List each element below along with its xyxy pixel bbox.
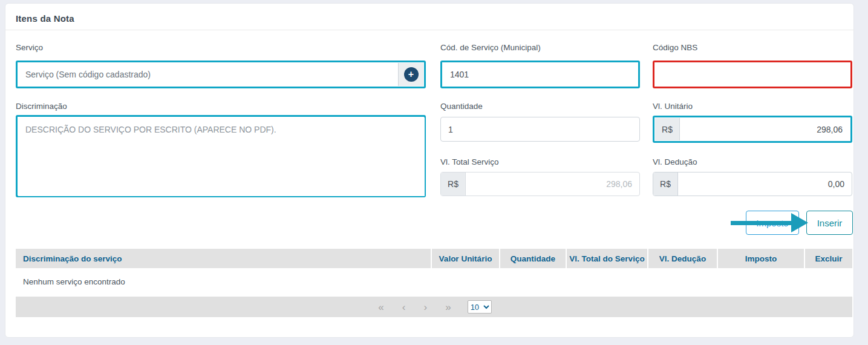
next-page-icon[interactable]: › xyxy=(422,302,429,312)
table-header-row: Discriminação do serviço Valor Unitário … xyxy=(16,249,852,268)
cod-servico-field-group xyxy=(440,61,640,88)
codigo-nbs-field-group xyxy=(653,61,852,88)
page-title: Itens da Nota xyxy=(16,13,74,24)
plus-icon: + xyxy=(404,67,419,82)
inserir-button[interactable]: Inserir xyxy=(806,211,853,235)
col-quantidade: Quantidade xyxy=(500,249,567,268)
codigo-nbs-label: Código NBS xyxy=(653,43,697,52)
servico-label: Serviço xyxy=(16,43,43,52)
prev-page-icon[interactable]: ‹ xyxy=(400,302,408,312)
add-service-button[interactable]: + xyxy=(398,63,423,86)
col-vl-total-servico: Vl. Total do Serviço xyxy=(567,249,648,268)
quantidade-field-group xyxy=(440,117,640,142)
col-valor-unitario: Valor Unitário xyxy=(432,249,500,268)
discriminacao-label: Discriminação xyxy=(16,102,67,111)
annotation-arrow-shaft xyxy=(731,221,792,225)
servico-input[interactable] xyxy=(18,63,398,86)
servico-field-group: + xyxy=(16,61,426,88)
vl-total-servico-field-group: R$ xyxy=(440,172,640,196)
itens-da-nota-panel: Itens da Nota Serviço Cód. de Serviço (M… xyxy=(5,3,854,338)
currency-prefix: R$ xyxy=(653,172,678,196)
vl-unitario-input[interactable] xyxy=(680,118,850,140)
first-page-icon[interactable]: « xyxy=(376,302,385,312)
page-size-select[interactable]: 10 xyxy=(468,300,492,314)
empty-table-message: Nenhum serviço encontrado xyxy=(16,268,852,297)
cod-servico-municipal-label: Cód. de Serviço (Municipal) xyxy=(440,43,541,52)
currency-prefix: R$ xyxy=(441,172,466,196)
vl-total-servico-input xyxy=(466,172,639,196)
vl-unitario-field-group: R$ xyxy=(653,116,852,143)
vl-deducao-input[interactable] xyxy=(678,172,852,196)
col-vl-deducao: Vl. Dedução xyxy=(648,249,718,268)
cod-servico-municipal-input[interactable] xyxy=(443,63,638,86)
quantidade-label: Quantidade xyxy=(440,102,483,111)
table-pagination: « ‹ › » 10 xyxy=(16,297,852,317)
col-imposto: Imposto xyxy=(718,249,805,268)
discriminacao-textarea[interactable]: DESCRIÇÃO DO SERVIÇO POR ESCRITO (APAREC… xyxy=(18,117,425,196)
vl-unitario-label: Vl. Unitário xyxy=(653,102,693,111)
last-page-icon[interactable]: » xyxy=(443,302,452,312)
discriminacao-field-group: DESCRIÇÃO DO SERVIÇO POR ESCRITO (APAREC… xyxy=(16,115,426,197)
vl-deducao-label: Vl. Dedução xyxy=(653,157,697,166)
annotation-arrow-icon xyxy=(791,213,808,232)
col-excluir: Excluir xyxy=(805,249,852,268)
currency-prefix: R$ xyxy=(655,118,680,140)
services-table: Discriminação do serviço Valor Unitário … xyxy=(16,249,852,317)
vl-total-servico-label: Vl. Total Serviço xyxy=(440,157,499,166)
header-divider xyxy=(5,30,853,30)
vl-deducao-field-group: R$ xyxy=(653,172,852,196)
codigo-nbs-input[interactable] xyxy=(655,63,850,86)
col-discriminacao-servico: Discriminação do serviço xyxy=(16,249,432,268)
quantidade-input[interactable] xyxy=(440,117,640,142)
